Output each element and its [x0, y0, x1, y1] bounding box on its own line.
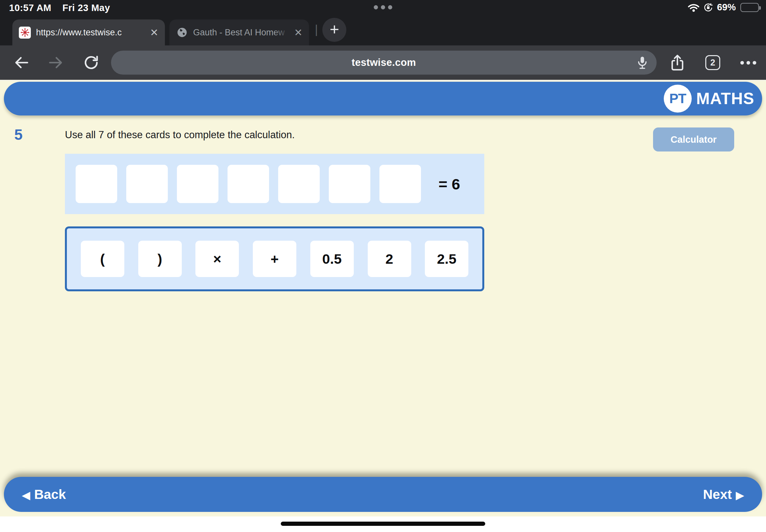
gauth-globe-favicon [176, 27, 188, 39]
answer-slot-6[interactable] [329, 165, 370, 203]
next-button[interactable]: Next ▶ [703, 487, 744, 502]
share-icon[interactable] [670, 54, 685, 71]
tab-gauth[interactable]: Gauth - Best AI Homew ✕ [169, 19, 309, 45]
close-tab-icon[interactable]: ✕ [150, 27, 158, 39]
new-tab-button[interactable]: + [322, 18, 346, 42]
browser-toolbar: testwise.com 2 [0, 45, 766, 80]
next-triangle-icon: ▶ [736, 489, 744, 501]
home-indicator[interactable] [281, 522, 485, 526]
reload-icon[interactable] [80, 51, 103, 74]
tab-strip: https://www.testwise.c ✕ Gauth - Best AI… [0, 16, 766, 45]
card-2[interactable]: 2 [368, 241, 411, 277]
card-close-paren[interactable]: ) [138, 241, 182, 277]
back-button[interactable]: ◀ Back [22, 487, 66, 502]
card-0-5[interactable]: 0.5 [310, 241, 354, 277]
url-bar[interactable]: testwise.com [111, 51, 657, 75]
rotation-lock-icon [703, 3, 713, 12]
tab-separator: | [315, 23, 318, 36]
tab-title: https://www.testwise.c [36, 27, 145, 38]
status-bar: 10:57 AM Fri 23 May 69% [0, 0, 766, 16]
card-2-5[interactable]: 2.5 [425, 241, 468, 277]
testwise-page: PT MATHS 5 Use all 7 of these cards to c… [0, 81, 766, 532]
card-multiply[interactable]: × [195, 241, 239, 277]
more-menu-icon[interactable] [740, 61, 756, 65]
equals-result: = 6 [439, 175, 460, 193]
card-tray: ( ) × + 0.5 2 2.5 [65, 226, 484, 291]
pt-logo-badge: PT [664, 85, 692, 113]
wifi-icon [688, 3, 699, 12]
answer-slot-1[interactable] [76, 165, 117, 203]
tab-switcher-icon[interactable]: 2 [705, 55, 720, 70]
back-triangle-icon: ◀ [22, 489, 30, 501]
back-icon[interactable] [10, 51, 32, 74]
answer-slot-5[interactable] [278, 165, 320, 203]
answer-slot-3[interactable] [177, 165, 218, 203]
forward-icon[interactable] [45, 51, 67, 74]
answer-slot-7[interactable] [379, 165, 421, 203]
answer-slot-2[interactable] [126, 165, 168, 203]
question-text: Use all 7 of these cards to complete the… [65, 129, 295, 141]
answer-area: = 6 [65, 154, 484, 214]
question-number: 5 [14, 126, 23, 143]
navigation-footer: ◀ Back Next ▶ [4, 477, 762, 512]
page-header-bar: PT MATHS [4, 82, 762, 115]
bottom-safe-area [0, 516, 766, 532]
date: Fri 23 May [62, 3, 110, 13]
maths-logo-text: MATHS [696, 89, 754, 108]
card-open-paren[interactable]: ( [81, 241, 124, 277]
calculator-button[interactable]: Calculator [653, 127, 734, 151]
testwise-starburst-favicon [19, 27, 31, 39]
clock: 10:57 AM [9, 3, 51, 13]
answer-slot-4[interactable] [227, 165, 269, 203]
mic-icon[interactable] [636, 55, 649, 70]
tab-testwise[interactable]: https://www.testwise.c ✕ [12, 19, 165, 45]
multitasking-dots[interactable] [374, 5, 393, 9]
close-tab-icon[interactable]: ✕ [294, 27, 302, 39]
url-text: testwise.com [351, 57, 416, 68]
battery-percent: 69% [717, 2, 736, 13]
tab-title: Gauth - Best AI Homew [193, 27, 289, 38]
card-plus[interactable]: + [253, 241, 296, 277]
battery-icon [740, 3, 759, 12]
